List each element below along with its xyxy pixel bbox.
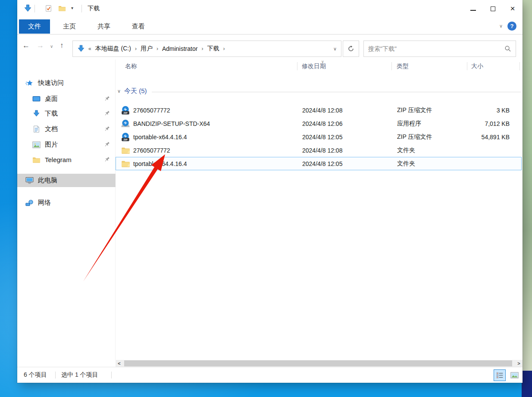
maximize-button[interactable] [483, 0, 503, 17]
file-type: ZIP 压缩文件 [397, 104, 466, 116]
breadcrumb-separator[interactable]: › [201, 46, 203, 52]
column-header-name[interactable]: 名称 [125, 60, 137, 72]
file-type: 文件夹 [397, 144, 466, 156]
file-name[interactable]: tportable-x64.4.16.4 [133, 131, 296, 143]
pin-icon [104, 156, 110, 163]
breadcrumb-segment-downloads[interactable]: 下载 [207, 45, 219, 53]
breadcrumb-separator[interactable]: › [223, 46, 225, 52]
sidebar-label: 图片 [45, 141, 58, 149]
scroll-right-icon[interactable]: > [515, 360, 523, 367]
content-area: 快速访问 桌面 下载 [17, 59, 523, 360]
folder-icon [121, 146, 130, 155]
column-separator[interactable] [391, 62, 392, 70]
breadcrumb-segment-users[interactable]: 用户 [141, 45, 153, 53]
group-collapse-icon[interactable]: ∨ [117, 88, 121, 94]
scrollbar-thumb[interactable] [124, 360, 512, 366]
zip-file-icon: ZIP [121, 132, 130, 142]
file-size: 54,891 KB [467, 131, 515, 143]
downloads-icon [32, 110, 41, 118]
file-type: ZIP 压缩文件 [397, 131, 466, 143]
table-row[interactable]: ZIP 27605077772 2024/4/8 12:08 ZIP 压缩文件 … [116, 103, 522, 117]
sidebar-label: 下载 [45, 109, 58, 118]
back-icon[interactable]: ← [22, 41, 30, 50]
file-name[interactable]: 27605077772 [133, 144, 296, 156]
column-header-size[interactable]: 大小 [471, 60, 483, 72]
thumbnail-view-button[interactable] [508, 369, 520, 381]
sidebar-label: 快速访问 [38, 79, 64, 87]
group-header-today[interactable]: ∨ 今天 (5) [116, 86, 523, 97]
file-size [467, 144, 515, 156]
desktop-icon [32, 95, 41, 103]
table-row[interactable]: 27605077772 2024/4/8 12:08 文件夹 [116, 144, 522, 157]
file-size: 7,012 KB [467, 117, 515, 130]
sidebar-section-quick-access[interactable]: 快速访问 [17, 76, 116, 90]
details-view-button[interactable] [494, 369, 506, 381]
history-dropdown-icon[interactable]: ∨ [50, 44, 53, 49]
sidebar-item-telegram[interactable]: Telegram [17, 153, 116, 166]
column-separator[interactable] [297, 62, 297, 70]
sidebar-item-this-pc[interactable]: 此电脑 [17, 174, 116, 187]
address-bar[interactable]: « 本地磁盘 (C:) › 用户 › Administrator › 下载 › … [72, 41, 341, 57]
scroll-left-icon[interactable]: < [116, 360, 123, 367]
breadcrumb-separator[interactable]: › [156, 46, 158, 52]
horizontal-scrollbar[interactable]: < > [116, 360, 523, 367]
file-name[interactable]: tportable-x64.4.16.4 [133, 157, 296, 170]
breadcrumb-segment-administrator[interactable]: Administrator [162, 45, 197, 52]
selection-count: 选中 1 个项目 [61, 371, 98, 379]
pin-icon [104, 141, 110, 148]
details-view-icon [496, 372, 504, 378]
file-date: 2024/4/8 12:05 [302, 157, 388, 170]
sort-descending-icon: ∨ [321, 59, 324, 64]
search-box[interactable] [363, 41, 516, 57]
new-folder-icon[interactable] [58, 4, 66, 13]
breadcrumb-overflow-icon[interactable]: « [88, 46, 91, 52]
refresh-button[interactable] [343, 41, 359, 57]
help-icon[interactable]: ? [507, 22, 516, 31]
refresh-icon [347, 45, 354, 52]
ribbon-collapse-icon[interactable]: ∨ [499, 23, 503, 29]
minimize-button[interactable] [463, 0, 483, 17]
desktop-wallpaper-strip [522, 0, 532, 371]
downloads-folder-icon [23, 4, 32, 13]
sidebar-item-network[interactable]: 网络 [17, 196, 116, 209]
tab-share[interactable]: 共享 [91, 20, 117, 33]
close-button[interactable]: × [503, 0, 523, 17]
file-date: 2024/4/8 12:08 [302, 144, 388, 156]
table-row[interactable]: BANDIZIP-SETUP-STD-X64 2024/4/8 12:06 应用… [116, 117, 522, 130]
column-separator[interactable] [519, 62, 520, 70]
breadcrumb-separator[interactable]: › [135, 46, 137, 52]
title-bar[interactable]: ▾ 下载 × [17, 0, 523, 18]
search-input[interactable] [368, 45, 504, 52]
table-row-selected[interactable]: tportable-x64.4.16.4 2024/4/8 12:05 文件夹 [116, 157, 522, 170]
sidebar-item-documents[interactable]: 文档 [17, 122, 116, 136]
column-separator[interactable] [467, 62, 467, 70]
toolbar-separator [81, 5, 82, 13]
column-header-type[interactable]: 类型 [397, 60, 409, 72]
tab-home[interactable]: 主页 [56, 20, 83, 33]
breadcrumb-segment-drive[interactable]: 本地磁盘 (C:) [95, 45, 131, 53]
file-size [467, 157, 515, 170]
file-name[interactable]: 27605077772 [133, 104, 296, 116]
tab-view[interactable]: 查看 [125, 20, 152, 33]
file-name[interactable]: BANDIZIP-SETUP-STD-X64 [133, 117, 296, 130]
tab-file[interactable]: 文件 [19, 19, 50, 34]
pin-icon [104, 96, 110, 102]
sidebar-item-downloads[interactable]: 下载 [17, 107, 116, 120]
navigation-bar: ← → ∨ ↑ « 本地磁盘 (C:) › 用户 › Administrator… [17, 35, 523, 59]
properties-check-icon[interactable] [44, 4, 53, 13]
group-divider [152, 92, 521, 92]
address-dropdown-icon[interactable]: ∨ [333, 46, 337, 52]
qat-dropdown-icon[interactable]: ▾ [71, 6, 73, 10]
network-icon [25, 199, 34, 207]
pin-icon [104, 126, 110, 132]
file-date: 2024/4/8 12:05 [302, 131, 388, 143]
up-icon[interactable]: ↑ [60, 41, 64, 50]
sidebar-item-desktop[interactable]: 桌面 [17, 92, 116, 106]
toolbar-separator [34, 5, 35, 13]
application-icon [121, 119, 130, 128]
table-row[interactable]: ZIP tportable-x64.4.16.4 2024/4/8 12:05 … [116, 130, 522, 144]
svg-text:ZIP: ZIP [124, 138, 128, 141]
sidebar-item-pictures[interactable]: 图片 [17, 138, 116, 151]
ribbon-tab-bar: 文件 主页 共享 查看 ∨ ? [17, 18, 523, 34]
zip-file-icon: ZIP [121, 106, 130, 115]
